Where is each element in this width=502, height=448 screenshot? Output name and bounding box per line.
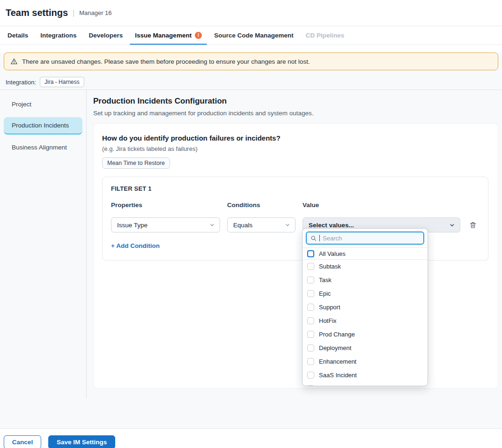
dropdown-option-support[interactable]: Support (303, 300, 428, 314)
tab-source-code-management[interactable]: Source Code Management (208, 26, 300, 45)
option-checkbox[interactable] (307, 358, 314, 365)
value-multiselect-placeholder: Select values... (309, 222, 354, 229)
filter-set-title: FILTER SET 1 (111, 185, 480, 192)
option-label: Enhancement (319, 358, 356, 365)
section-subtitle: Set up tracking and management for produ… (93, 110, 498, 117)
dropdown-option-hotfix[interactable]: HotFix (303, 314, 428, 328)
dropdown-option-deployment[interactable]: Deployment (303, 341, 428, 355)
filter-column-headers: Properties Conditions Value (111, 202, 480, 209)
sidebar-item-production-incidents[interactable]: Production Incidents (4, 117, 82, 134)
option-checkbox[interactable] (307, 344, 314, 351)
search-placeholder: Search (323, 235, 342, 242)
option-checkbox[interactable] (307, 263, 314, 270)
incidents-config-card: How do you identify production failures … (93, 123, 498, 388)
tab-integrations[interactable]: Integrations (34, 26, 82, 45)
tab-label: Details (7, 32, 28, 39)
unsaved-changes-banner: There are unsaved changes. Please save t… (4, 52, 498, 70)
option-checkbox[interactable] (307, 317, 314, 324)
integration-label: Integration: (6, 79, 36, 86)
option-label: Subtask (319, 263, 341, 270)
all-values-checkbox[interactable] (307, 250, 314, 257)
option-label: Prod Change (319, 331, 355, 338)
option-checkbox[interactable] (307, 290, 314, 297)
cancel-button[interactable]: Cancel (4, 435, 41, 448)
tab-cd-pipelines: CD Pipelines (300, 26, 351, 45)
footer-bar: Cancel Save IM Settings (0, 428, 502, 448)
section-title: Production Incidents Configuration (93, 97, 498, 106)
search-icon (310, 235, 317, 241)
all-values-label: All Values (319, 250, 346, 257)
chevron-down-icon (209, 222, 215, 228)
option-label: Task (319, 276, 332, 284)
option-checkbox[interactable] (307, 276, 314, 284)
dropdown-option-task[interactable]: Task (303, 273, 428, 287)
chevron-down-icon (285, 222, 290, 228)
warning-icon (10, 58, 18, 65)
banner-text: There are unsaved changes. Please save t… (22, 58, 310, 65)
settings-sidebar: ProjectProduction IncidentsBusiness Alig… (0, 90, 87, 398)
property-select-value: Issue Type (117, 222, 148, 229)
value-column-header: Value (303, 202, 460, 209)
question-heading: How do you identify production failures … (102, 134, 488, 142)
dropdown-option-epic[interactable]: Epic (303, 287, 428, 300)
alert-badge-icon: ! (195, 32, 202, 39)
option-label: Deployment (319, 344, 351, 351)
tab-developers[interactable]: Developers (83, 26, 129, 45)
tab-label: Developers (89, 32, 123, 39)
option-checkbox[interactable] (307, 304, 314, 311)
text-cursor (319, 235, 320, 241)
option-label: Customer Notification (319, 385, 377, 386)
dropdown-option-customer-notification[interactable]: Customer Notification (303, 382, 428, 386)
filter-set-panel: FILTER SET 1 Properties Conditions Value… (102, 177, 488, 261)
tab-label: CD Pipelines (306, 32, 345, 39)
tab-issue-management[interactable]: Issue Management ! (129, 26, 208, 45)
page-title: Team settings (6, 7, 68, 18)
dropdown-search-section: Search (303, 229, 428, 248)
tab-details[interactable]: Details (1, 26, 34, 45)
save-im-settings-button[interactable]: Save IM Settings (48, 435, 115, 448)
page: Team settings | Manager 16 Details Integ… (0, 0, 502, 448)
add-condition-button[interactable]: + Add Condition (111, 242, 160, 249)
integration-row: Integration: Jira - Harness (6, 76, 496, 88)
conditions-column-header: Conditions (227, 202, 295, 209)
tab-label: Issue Management (135, 32, 192, 39)
option-label: Support (319, 304, 340, 311)
chevron-down-icon (449, 222, 455, 228)
option-label: HotFix (319, 317, 337, 324)
dropdown-option-subtask[interactable]: Subtask (303, 260, 428, 273)
tab-bar: Details Integrations Developers Issue Ma… (0, 26, 502, 45)
option-checkbox[interactable] (307, 372, 314, 379)
tab-label: Integrations (40, 32, 76, 39)
dropdown-option-saas-incident[interactable]: SaaS Incident (303, 368, 428, 382)
dropdown-option-enhancement[interactable]: Enhancement (303, 355, 428, 368)
condition-select[interactable]: Equals (227, 217, 295, 232)
trash-icon (469, 221, 477, 229)
dropdown-options-list: Subtask Task Epic Support HotFix Prod Ch… (303, 260, 428, 386)
condition-select-value: Equals (233, 222, 252, 229)
sidebar-item-project[interactable]: Project (4, 96, 82, 112)
select-all-option[interactable]: All Values (303, 248, 428, 260)
option-checkbox[interactable] (307, 385, 314, 386)
integration-chip[interactable]: Jira - Harness (40, 77, 84, 87)
option-label: Epic (319, 290, 331, 297)
option-label: SaaS Incident (319, 372, 357, 379)
page-subtitle: Manager 16 (79, 9, 111, 16)
properties-column-header: Properties (111, 202, 220, 209)
value-dropdown-popup: Search All Values Subtask Task Epic Supp… (302, 228, 428, 386)
property-select[interactable]: Issue Type (111, 217, 220, 232)
main-panel: Production Incidents Configuration Set u… (87, 90, 502, 398)
question-hint: (e.g. Jira tickets labeled as failures) (102, 145, 488, 152)
tab-label: Source Code Management (214, 32, 294, 39)
search-input[interactable]: Search (306, 231, 424, 245)
sidebar-item-business-alignment[interactable]: Business Alignment (4, 139, 82, 156)
option-checkbox[interactable] (307, 331, 314, 338)
delete-condition-button[interactable] (467, 219, 479, 231)
title-divider: | (73, 9, 74, 17)
dropdown-option-prod-change[interactable]: Prod Change (303, 328, 428, 341)
header: Team settings | Manager 16 (0, 0, 502, 26)
metric-chip[interactable]: Mean Time to Restore (102, 157, 170, 169)
